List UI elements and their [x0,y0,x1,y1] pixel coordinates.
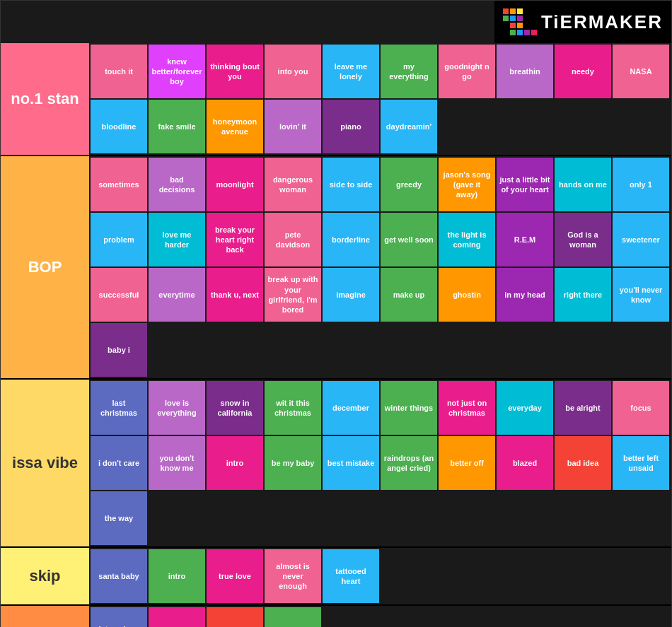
cell-bop-2-2[interactable]: thank u, next [207,268,263,322]
top-bar-cells [1,1,494,43]
cell-bop-0-4[interactable]: side to side [323,158,379,211]
cell-issavibe-0-6[interactable]: not just on christmas [439,381,495,435]
logo-grid-icon [503,8,537,35]
tier-row-bop: BOPsometimesbad decisionsmoonlightdanger… [1,156,671,380]
cell-issavibe-0-4[interactable]: december [323,381,379,435]
cell-bop-1-1[interactable]: love me harder [149,213,205,266]
cell-bop-1-3[interactable]: pete davidson [265,213,321,266]
top-bar: TiERMAKER [1,1,671,43]
cell-bop-2-1[interactable]: everytime [149,268,205,322]
tier-row-skip: skipsanta babyintrotrue lovealmost is ne… [1,548,671,606]
cell-bop-1-2[interactable]: break your heart right back [207,213,263,266]
cell-burnit-0-2[interactable]: 7 rings [207,607,263,627]
cell-bop-2-6[interactable]: ghostin [439,268,495,322]
cell-issavibe-0-3[interactable]: wit it this christmas [265,381,321,435]
cell-bop-2-5[interactable]: make up [381,268,437,322]
cell-issavibe-1-9[interactable]: better left unsaid [613,436,669,490]
cell-skip-0-1[interactable]: intro [149,549,205,603]
cell-no1stan-0-0[interactable]: touch it [91,45,147,98]
tier-label-burnit: burn it [1,606,89,627]
cell-bop-1-5[interactable]: get well soon [381,213,437,266]
cell-bop-2-3[interactable]: break up with your girlfriend, i'm bored [265,268,321,322]
cell-no1stan-1-0[interactable]: goodnight n go [439,45,495,98]
cell-issavibe-0-5[interactable]: winter things [381,381,437,435]
tiermaker-logo: TiERMAKER [494,1,671,43]
cell-no1stan-0-4[interactable]: leave me lonely [323,45,379,98]
cell-bop-0-9[interactable]: only 1 [613,158,669,211]
cell-no1stan-1-8[interactable]: piano [323,100,379,153]
tier-cells-burnit: let me love youbang bang7 ringspopular s… [89,606,671,627]
cell-no1stan-0-5[interactable]: my everything [381,45,437,98]
cell-bop-1-7[interactable]: R.E.M [497,213,553,266]
cell-bop-2-0[interactable]: successful [91,268,147,322]
cell-issavibe-1-1[interactable]: you don't know me [149,436,205,490]
cell-no1stan-1-9[interactable]: daydreamin' [381,100,437,153]
tier-list: TiERMAKER no.1 stantouch itknew better/f… [0,0,672,627]
tier-cells-bop: sometimesbad decisionsmoonlightdangerous… [89,156,671,378]
cell-issavibe-1-3[interactable]: be my baby [265,436,321,490]
cell-bop-0-6[interactable]: jason's song (gave it away) [439,158,495,211]
tier-label-no1stan: no.1 stan [1,43,89,155]
cell-issavibe-0-8[interactable]: be alright [555,381,611,435]
tier-cells-no1stan: touch itknew better/forever boythinking … [89,43,671,155]
tier-cells-skip: santa babyintrotrue lovealmost is never … [89,548,671,604]
tier-row-no1stan: no.1 stantouch itknew better/forever boy… [1,43,671,156]
tiers-container: no.1 stantouch itknew better/forever boy… [1,43,671,627]
cell-issavibe-0-9[interactable]: focus [613,381,669,435]
cell-issavibe-1-7[interactable]: blazed [497,436,553,490]
cell-bop-2-8[interactable]: right there [555,268,611,322]
tier-label-bop: BOP [1,156,89,378]
cell-bop-1-6[interactable]: the light is coming [439,213,495,266]
cell-issavibe-1-4[interactable]: best mistake [323,436,379,490]
cell-issavibe-1-8[interactable]: bad idea [555,436,611,490]
cell-bop-1-4[interactable]: borderline [323,213,379,266]
cell-bop-0-7[interactable]: just a little bit of your heart [497,158,553,211]
cell-bop-2-7[interactable]: in my head [497,268,553,322]
cell-issavibe-1-5[interactable]: raindrops (an angel cried) [381,436,437,490]
cell-issavibe-0-7[interactable]: everyday [497,381,553,435]
cell-issavibe-1-6[interactable]: better off [439,436,495,490]
cell-no1stan-0-3[interactable]: into you [265,45,321,98]
logo-text: TiERMAKER [541,11,663,33]
cell-bop-2-4[interactable]: imagine [323,268,379,322]
cell-no1stan-0-1[interactable]: knew better/forever boy [149,45,205,98]
cell-no1stan-1-3[interactable]: NASA [613,45,669,98]
cell-no1stan-1-1[interactable]: breathin [497,45,553,98]
tier-label-issavibe: issa vibe [1,380,89,546]
cell-skip-0-4[interactable]: tattooed heart [323,549,379,603]
cell-burnit-0-1[interactable]: bang bang [149,607,205,627]
cell-bop-2-9[interactable]: you'll never know [613,268,669,322]
cell-bop-0-0[interactable]: sometimes [91,158,147,211]
cell-bop-3-0[interactable]: baby i [91,323,147,377]
cell-issavibe-0-2[interactable]: snow in california [207,381,263,435]
cell-bop-0-8[interactable]: hands on me [555,158,611,211]
tier-row-burnit: burn itlet me love youbang bang7 ringspo… [1,606,671,627]
cell-skip-0-0[interactable]: santa baby [91,549,147,603]
cell-bop-1-8[interactable]: God is a woman [555,213,611,266]
cell-skip-0-3[interactable]: almost is never enough [265,549,321,603]
cell-issavibe-1-0[interactable]: i don't care [91,436,147,490]
cell-bop-1-0[interactable]: problem [91,213,147,266]
cell-burnit-0-0[interactable]: let me love you [91,607,147,627]
cell-no1stan-1-7[interactable]: lovin' it [265,100,321,153]
cell-bop-0-1[interactable]: bad decisions [149,158,205,211]
cell-bop-1-9[interactable]: sweetener [613,213,669,266]
cell-issavibe-0-1[interactable]: love is everything [149,381,205,435]
cell-bop-0-2[interactable]: moonlight [207,158,263,211]
cell-no1stan-1-2[interactable]: needy [555,45,611,98]
tier-row-issavibe: issa vibelast christmaslove is everythin… [1,380,671,548]
cell-issavibe-0-0[interactable]: last christmas [91,381,147,435]
cell-bop-0-3[interactable]: dangerous woman [265,158,321,211]
cell-issavibe-2-0[interactable]: the way [91,491,147,545]
cell-bop-0-5[interactable]: greedy [381,158,437,211]
cell-skip-0-2[interactable]: true love [207,549,263,603]
cell-no1stan-0-2[interactable]: thinking bout you [207,45,263,98]
cell-no1stan-1-4[interactable]: bloodline [91,100,147,153]
cell-no1stan-1-6[interactable]: honeymoon avenue [207,100,263,153]
tier-label-skip: skip [1,548,89,604]
cell-issavibe-1-2[interactable]: intro [207,436,263,490]
tier-cells-issavibe: last christmaslove is everythingsnow in … [89,380,671,546]
cell-burnit-0-3[interactable]: popular song [265,607,321,627]
cell-no1stan-1-5[interactable]: fake smile [149,100,205,153]
